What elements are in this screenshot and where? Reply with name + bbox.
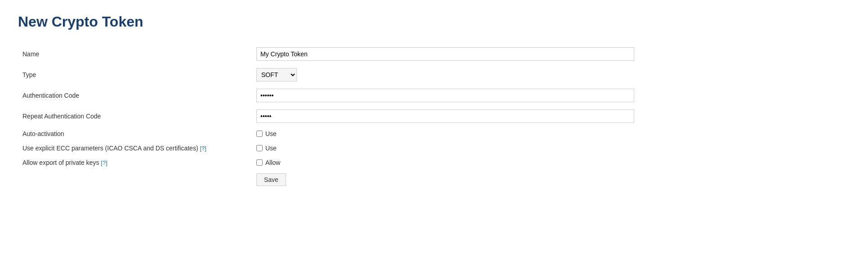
export-checkbox[interactable] xyxy=(256,159,263,166)
repeat-auth-code-row: Repeat Authentication Code xyxy=(18,106,850,127)
repeat-auth-code-input[interactable] xyxy=(256,109,634,123)
page-title: New Crypto Token xyxy=(18,14,850,30)
ecc-help-link[interactable]: [?] xyxy=(200,145,206,152)
ecc-checkbox[interactable] xyxy=(256,145,263,151)
save-button[interactable]: Save xyxy=(256,173,286,186)
auto-activation-checkbox-label[interactable]: Use xyxy=(256,130,846,137)
auto-activation-row: Auto-activation Use xyxy=(18,127,850,141)
auto-activation-label: Auto-activation xyxy=(18,127,252,141)
type-row: Type SOFT HARD xyxy=(18,64,850,85)
ecc-checkbox-text: Use xyxy=(265,145,277,152)
name-row: Name xyxy=(18,44,850,64)
name-input[interactable] xyxy=(256,47,634,61)
auth-code-label: Authentication Code xyxy=(18,85,252,106)
repeat-auth-code-label: Repeat Authentication Code xyxy=(18,106,252,127)
name-label: Name xyxy=(18,44,252,64)
export-checkbox-text: Allow xyxy=(265,159,280,166)
auth-code-input[interactable] xyxy=(256,89,634,102)
auto-activation-checkbox-text: Use xyxy=(265,130,277,137)
export-help-link[interactable]: [?] xyxy=(101,159,107,166)
save-row: Save xyxy=(18,170,850,190)
ecc-row: Use explicit ECC parameters (ICAO CSCA a… xyxy=(18,141,850,155)
type-select[interactable]: SOFT HARD xyxy=(256,68,297,82)
ecc-checkbox-label[interactable]: Use xyxy=(256,145,846,152)
auto-activation-checkbox[interactable] xyxy=(256,131,263,137)
auth-code-row: Authentication Code xyxy=(18,85,850,106)
export-row: Allow export of private keys [?] Allow xyxy=(18,155,850,170)
export-label: Allow export of private keys [?] xyxy=(18,155,252,170)
type-label: Type xyxy=(18,64,252,85)
ecc-label: Use explicit ECC parameters (ICAO CSCA a… xyxy=(18,141,252,155)
export-checkbox-label[interactable]: Allow xyxy=(256,159,846,166)
